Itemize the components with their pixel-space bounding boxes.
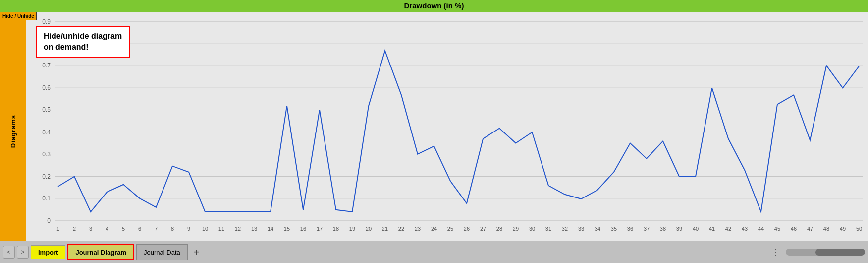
svg-text:1: 1 bbox=[56, 226, 59, 232]
svg-text:38: 38 bbox=[660, 226, 666, 232]
svg-text:42: 42 bbox=[725, 226, 731, 232]
svg-text:4: 4 bbox=[106, 226, 108, 232]
svg-text:0.9: 0.9 bbox=[42, 18, 51, 25]
tab-journal-data[interactable]: Journal Data bbox=[136, 244, 188, 260]
annotation-box: Hide/unhide diagram on demand! bbox=[36, 26, 130, 58]
diagrams-label: Diagrams bbox=[9, 115, 17, 148]
svg-text:46: 46 bbox=[791, 226, 797, 232]
svg-text:0.2: 0.2 bbox=[42, 173, 51, 180]
svg-text:0.1: 0.1 bbox=[42, 195, 51, 202]
svg-text:28: 28 bbox=[496, 226, 502, 232]
svg-text:39: 39 bbox=[676, 226, 682, 232]
svg-text:24: 24 bbox=[431, 226, 437, 232]
svg-text:34: 34 bbox=[595, 226, 600, 232]
svg-text:23: 23 bbox=[415, 226, 421, 232]
tab-bar: < > Import Journal Diagram Journal Data … bbox=[0, 241, 868, 263]
main-area: Hide / Unhide Diagrams Hide/unhide diagr… bbox=[0, 12, 868, 241]
svg-text:17: 17 bbox=[317, 226, 323, 232]
svg-text:43: 43 bbox=[742, 226, 748, 232]
svg-text:47: 47 bbox=[807, 226, 813, 232]
svg-text:7: 7 bbox=[155, 226, 158, 232]
svg-text:11: 11 bbox=[218, 226, 224, 232]
svg-text:49: 49 bbox=[840, 226, 846, 232]
more-options-icon[interactable]: ⋮ bbox=[767, 247, 784, 258]
nav-next-button[interactable]: > bbox=[17, 246, 29, 259]
svg-text:27: 27 bbox=[480, 226, 486, 232]
svg-text:32: 32 bbox=[562, 226, 568, 232]
svg-text:14: 14 bbox=[268, 226, 273, 232]
svg-text:9: 9 bbox=[187, 226, 190, 232]
svg-text:25: 25 bbox=[447, 226, 453, 232]
svg-text:0.6: 0.6 bbox=[42, 84, 51, 91]
svg-text:16: 16 bbox=[300, 226, 306, 232]
svg-text:5: 5 bbox=[122, 226, 125, 232]
svg-text:8: 8 bbox=[171, 226, 174, 232]
svg-text:35: 35 bbox=[611, 226, 617, 232]
nav-prev-button[interactable]: < bbox=[3, 246, 15, 259]
svg-text:31: 31 bbox=[545, 226, 551, 232]
svg-text:20: 20 bbox=[366, 226, 372, 232]
svg-text:40: 40 bbox=[693, 226, 699, 232]
svg-text:0: 0 bbox=[47, 217, 51, 224]
svg-text:13: 13 bbox=[251, 226, 257, 232]
horizontal-scrollbar[interactable] bbox=[786, 249, 865, 256]
svg-text:0.4: 0.4 bbox=[42, 129, 51, 136]
svg-text:36: 36 bbox=[627, 226, 633, 232]
chart-title: Drawdown (in %) bbox=[0, 0, 868, 12]
svg-text:15: 15 bbox=[284, 226, 290, 232]
svg-text:10: 10 bbox=[202, 226, 208, 232]
svg-text:29: 29 bbox=[513, 226, 519, 232]
svg-text:45: 45 bbox=[774, 226, 780, 232]
journal-data-label: Journal Data bbox=[144, 249, 180, 256]
svg-text:48: 48 bbox=[823, 226, 829, 232]
svg-text:3: 3 bbox=[89, 226, 92, 232]
svg-text:0.5: 0.5 bbox=[42, 106, 51, 113]
svg-text:12: 12 bbox=[235, 226, 241, 232]
annotation-line1: Hide/unhide diagram bbox=[44, 32, 122, 40]
svg-text:19: 19 bbox=[349, 226, 355, 232]
svg-text:44: 44 bbox=[758, 226, 764, 232]
svg-text:2: 2 bbox=[73, 226, 76, 232]
import-button[interactable]: Import bbox=[31, 245, 65, 259]
chart-container: Hide/unhide diagram on demand! 0 0.1 0.2 bbox=[26, 12, 868, 241]
svg-text:33: 33 bbox=[578, 226, 584, 232]
add-tab-button[interactable]: + bbox=[190, 247, 204, 258]
svg-text:18: 18 bbox=[333, 226, 339, 232]
svg-text:50: 50 bbox=[856, 226, 862, 232]
svg-text:6: 6 bbox=[138, 226, 141, 232]
svg-text:37: 37 bbox=[644, 226, 650, 232]
tab-journal-diagram[interactable]: Journal Diagram bbox=[67, 244, 134, 260]
svg-text:22: 22 bbox=[398, 226, 404, 232]
journal-diagram-label: Journal Diagram bbox=[75, 249, 126, 256]
svg-text:21: 21 bbox=[382, 226, 388, 232]
svg-text:26: 26 bbox=[464, 226, 470, 232]
sidebar: Hide / Unhide Diagrams bbox=[0, 12, 26, 241]
svg-text:41: 41 bbox=[709, 226, 715, 232]
chart-svg: 0 0.1 0.2 0.3 0.4 0.5 0.6 0.7 0.8 0.9 1 … bbox=[26, 12, 868, 241]
svg-text:30: 30 bbox=[529, 226, 535, 232]
svg-text:0.3: 0.3 bbox=[42, 151, 51, 158]
annotation-line2: on demand! bbox=[44, 43, 89, 51]
svg-rect-0 bbox=[26, 12, 868, 241]
scrollbar-thumb bbox=[815, 249, 865, 256]
hide-unhide-button[interactable]: Hide / Unhide bbox=[0, 12, 37, 20]
svg-text:0.7: 0.7 bbox=[42, 62, 51, 69]
